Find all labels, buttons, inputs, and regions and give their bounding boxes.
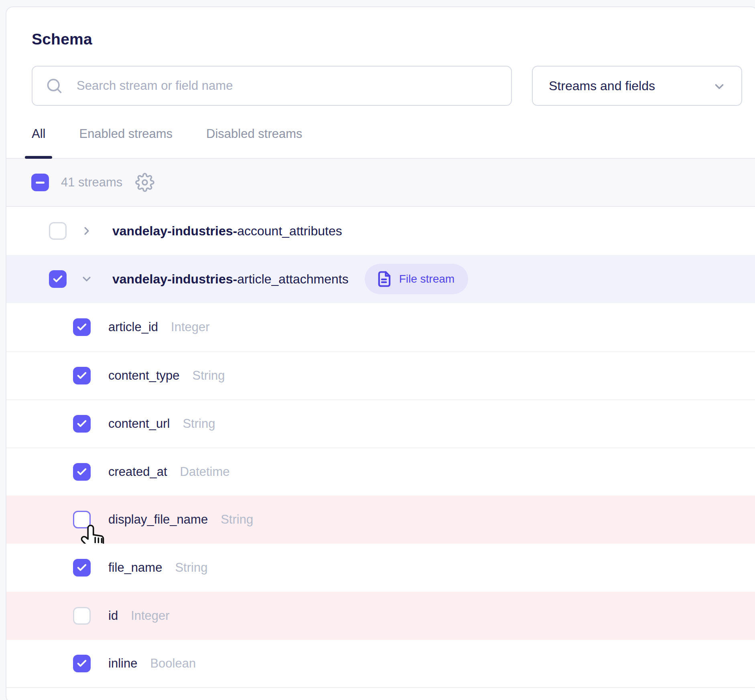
tab-enabled-streams-label: Enabled streams [79, 127, 173, 141]
field-name: content_url [108, 417, 170, 431]
gear-icon[interactable] [135, 173, 154, 192]
check-icon [76, 562, 87, 573]
scope-dropdown[interactable]: Streams and fields [532, 66, 742, 106]
schema-panel: Schema Streams and fields All [6, 6, 755, 700]
stream-checkbox[interactable] [49, 270, 67, 288]
check-icon [76, 658, 87, 669]
chevron-right-icon[interactable] [80, 225, 93, 237]
check-icon [76, 466, 87, 477]
field-type: Integer [131, 609, 170, 623]
select-all-checkbox[interactable] [31, 174, 49, 191]
check-icon [76, 370, 87, 381]
tab-disabled-streams-label: Disabled streams [206, 127, 302, 141]
field-row-display-file-name[interactable]: display_file_name String [6, 496, 755, 544]
search-input[interactable] [32, 66, 512, 106]
search-icon [45, 77, 63, 95]
field-row-id[interactable]: id Integer [6, 592, 755, 640]
field-checkbox[interactable] [73, 655, 91, 672]
field-row-content-url[interactable]: content_url String [6, 399, 755, 447]
field-row-file-name[interactable]: file_name String [6, 544, 755, 592]
stream-name-suffix: account_attributes [237, 224, 342, 238]
field-checkbox[interactable] [73, 415, 91, 433]
scope-dropdown-value: Streams and fields [549, 79, 655, 93]
search-box [32, 66, 512, 106]
field-checkbox[interactable] [73, 559, 91, 577]
page-title: Schema [32, 30, 742, 48]
tab-enabled-streams[interactable]: Enabled streams [72, 127, 179, 158]
check-icon [76, 322, 87, 333]
stream-checkbox[interactable] [49, 222, 67, 240]
field-row-article-id[interactable]: article_id Integer [6, 303, 755, 351]
field-name: created_at [108, 465, 167, 479]
tab-disabled-streams[interactable]: Disabled streams [199, 127, 309, 158]
stream-name: vandelay-industries-article_attachments [112, 272, 349, 287]
field-row-created-at[interactable]: created_at Datetime [6, 447, 755, 496]
field-name: id [108, 609, 118, 623]
field-type: String [221, 512, 253, 527]
stream-name: vandelay-industries-account_attributes [112, 224, 342, 239]
file-stream-badge: File stream [365, 264, 468, 294]
file-text-icon [376, 271, 393, 287]
field-row-inline[interactable]: inline Boolean [6, 640, 755, 688]
field-type: Boolean [150, 656, 196, 671]
field-type: String [183, 417, 215, 431]
field-checkbox[interactable] [73, 607, 91, 625]
active-tab-underline [25, 156, 52, 159]
chevron-down-icon[interactable] [80, 273, 93, 285]
field-name: article_id [108, 320, 158, 334]
field-type: String [193, 368, 225, 383]
tab-all[interactable]: All [25, 127, 52, 158]
check-icon [76, 418, 87, 429]
panel-header: Schema Streams and fields [6, 7, 755, 106]
stream-row-article-attachments[interactable]: vandelay-industries-article_attachments … [6, 255, 755, 303]
stream-name-suffix: article_attachments [237, 272, 348, 286]
field-name: display_file_name [108, 512, 208, 527]
field-name: file_name [108, 560, 162, 575]
stream-name-prefix: vandelay-industries- [112, 224, 237, 238]
indeterminate-dash-icon [36, 182, 45, 184]
field-type: String [175, 560, 207, 575]
tab-all-label: All [32, 127, 45, 141]
field-row-content-type[interactable]: content_type String [6, 351, 755, 399]
field-type: Integer [171, 320, 210, 334]
field-type: Datetime [180, 465, 230, 479]
streams-count: 41 streams [61, 175, 122, 190]
stream-row-account-attributes[interactable]: vandelay-industries-account_attributes [6, 207, 755, 255]
controls-row: Streams and fields [32, 66, 742, 106]
field-name: content_type [108, 368, 180, 383]
field-name: inline [108, 656, 137, 671]
stream-filter-tabs: All Enabled streams Disabled streams [6, 127, 755, 159]
field-checkbox[interactable] [73, 463, 91, 481]
check-icon [52, 273, 63, 285]
file-stream-badge-label: File stream [399, 273, 455, 285]
field-checkbox[interactable] [73, 318, 91, 336]
streams-list-header: 41 streams [6, 159, 755, 207]
field-checkbox[interactable] [73, 367, 91, 384]
stream-name-prefix: vandelay-industries- [112, 272, 237, 286]
chevron-down-icon [712, 80, 726, 93]
